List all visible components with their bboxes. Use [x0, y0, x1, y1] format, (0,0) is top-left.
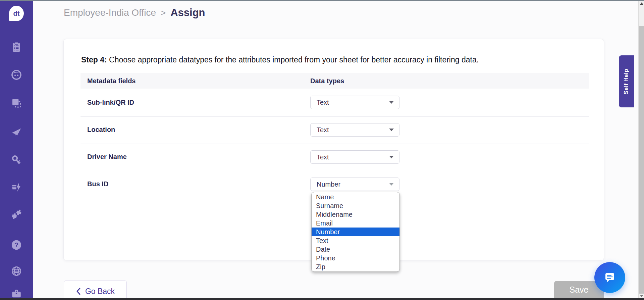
self-help-label: Self Help: [623, 68, 630, 94]
chevron-left-icon: [76, 288, 81, 295]
help-icon[interactable]: ?: [10, 239, 22, 251]
datatype-select-driver-name[interactable]: Text: [310, 150, 399, 164]
row-divider: [80, 144, 589, 144]
row-label-bus-id: Bus ID: [87, 180, 228, 188]
self-help-tab[interactable]: Self Help: [619, 55, 634, 107]
datatype-select-sublink[interactable]: Text: [310, 96, 399, 109]
selected-value: Text: [317, 153, 389, 161]
option-middlename[interactable]: Middlename: [312, 210, 399, 219]
chevron-down-icon: [389, 101, 394, 104]
table-header: Metadata fields Data types: [80, 73, 589, 89]
window-bottom-edge: [0, 298, 644, 300]
go-back-label: Go Back: [85, 287, 115, 296]
selected-value: Number: [317, 181, 389, 188]
scrollbar[interactable]: [638, 0, 644, 300]
datatype-select-location[interactable]: Text: [310, 123, 399, 137]
go-back-button[interactable]: Go Back: [64, 281, 127, 300]
face-icon[interactable]: [10, 69, 22, 81]
option-number[interactable]: Number: [312, 228, 399, 236]
chevron-down-icon: [389, 156, 394, 158]
datatype-select-bus-id[interactable]: Number: [310, 178, 399, 191]
scroll-up-arrow-icon[interactable]: [640, 2, 643, 5]
step-label: Step 4:: [81, 55, 107, 64]
key-icon[interactable]: [10, 154, 22, 166]
briefcase-icon[interactable]: [10, 287, 22, 299]
chat-widget-button[interactable]: [594, 262, 625, 293]
clipboard-icon[interactable]: [10, 41, 22, 53]
step-description: Choose appropriate datatypes for the att…: [107, 55, 479, 64]
row-label-sublink: Sub-link/QR ID: [87, 99, 228, 106]
option-name[interactable]: Name: [312, 193, 399, 201]
scroll-down-arrow-icon[interactable]: [640, 295, 643, 297]
row-divider: [80, 171, 589, 171]
svg-text:?: ?: [14, 241, 18, 249]
step-instruction: Step 4: Choose appropriate datatypes for…: [81, 55, 479, 64]
row-label-driver-name: Driver Name: [87, 153, 228, 161]
breadcrumb: Employee-India Office > Assign: [64, 5, 205, 20]
scrollbar-thumb[interactable]: [639, 26, 644, 294]
breadcrumb-parent[interactable]: Employee-India Office: [64, 7, 156, 18]
sidebar: dt ?: [0, 0, 33, 300]
column-header-metadata-fields: Metadata fields: [87, 73, 136, 89]
selected-value: Text: [317, 99, 389, 106]
chat-bubble-icon: [603, 271, 616, 284]
puzzle-icon[interactable]: [10, 208, 22, 220]
send-icon[interactable]: [10, 126, 22, 138]
copy-icon[interactable]: [10, 97, 22, 109]
selected-value: Text: [317, 126, 389, 134]
globe-icon[interactable]: [10, 265, 22, 277]
window-top-edge: [0, 0, 644, 1]
app-logo[interactable]: dt: [9, 6, 24, 21]
option-email[interactable]: Email: [312, 219, 399, 228]
chevron-down-icon: [389, 183, 394, 186]
row-divider: [80, 116, 589, 117]
app-logo-text: dt: [13, 10, 20, 17]
option-date[interactable]: Date: [312, 245, 399, 254]
flash-icon[interactable]: [10, 181, 22, 193]
page-title: Assign: [170, 7, 205, 19]
option-text[interactable]: Text: [312, 236, 399, 245]
option-phone[interactable]: Phone: [312, 254, 399, 262]
datatype-options-list: Name Surname Middlename Email Number Tex…: [311, 192, 400, 272]
option-surname[interactable]: Surname: [312, 201, 399, 210]
option-zip[interactable]: Zip: [312, 262, 399, 271]
breadcrumb-separator: >: [161, 8, 166, 18]
row-label-location: Location: [87, 126, 228, 134]
column-header-data-types: Data types: [310, 73, 344, 89]
chevron-down-icon: [389, 129, 394, 131]
